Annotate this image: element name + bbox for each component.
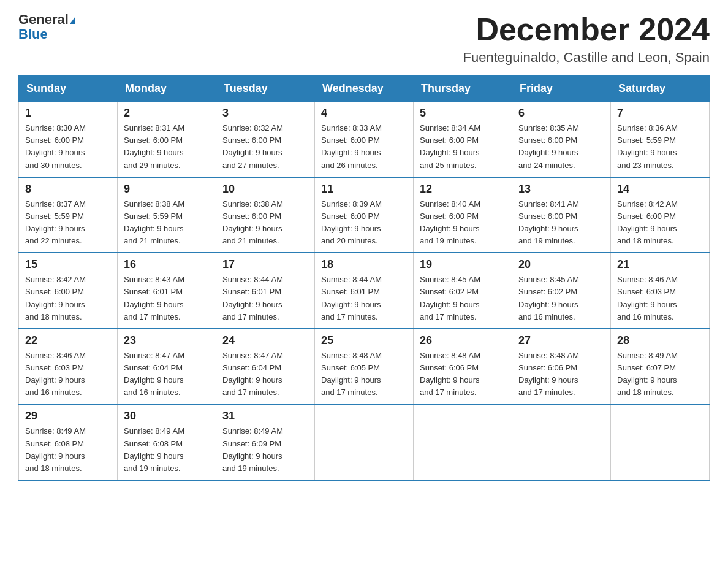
calendar-day-cell: 15Sunrise: 8:42 AMSunset: 6:00 PMDayligh… — [19, 253, 118, 329]
calendar-day-cell: 22Sunrise: 8:46 AMSunset: 6:03 PMDayligh… — [19, 329, 118, 405]
day-number: 4 — [321, 107, 407, 120]
day-number: 2 — [124, 107, 210, 120]
day-info: Sunrise: 8:41 AMSunset: 6:00 PMDaylight:… — [518, 198, 604, 248]
calendar-week-row: 29Sunrise: 8:49 AMSunset: 6:08 PMDayligh… — [19, 404, 710, 480]
day-number: 16 — [124, 258, 210, 271]
calendar-week-row: 8Sunrise: 8:37 AMSunset: 5:59 PMDaylight… — [19, 177, 710, 253]
logo-blue: Blue — [18, 26, 48, 42]
day-number: 6 — [518, 107, 604, 120]
calendar-day-cell: 21Sunrise: 8:46 AMSunset: 6:03 PMDayligh… — [611, 253, 710, 329]
day-number: 30 — [124, 410, 210, 423]
day-info: Sunrise: 8:45 AMSunset: 6:02 PMDaylight:… — [420, 274, 506, 323]
page-header: General Blue December 2024 Fuenteguinald… — [18, 12, 710, 66]
calendar-header: SundayMondayTuesdayWednesdayThursdayFrid… — [19, 76, 710, 102]
day-number: 3 — [222, 107, 308, 120]
logo-text: General Blue — [18, 12, 75, 42]
day-info: Sunrise: 8:32 AMSunset: 6:00 PMDaylight:… — [222, 122, 308, 172]
day-info: Sunrise: 8:47 AMSunset: 6:04 PMDaylight:… — [124, 350, 210, 399]
logo-general: General — [18, 12, 69, 27]
day-number: 25 — [321, 334, 407, 347]
day-info: Sunrise: 8:42 AMSunset: 6:00 PMDaylight:… — [25, 274, 111, 323]
calendar-day-cell: 26Sunrise: 8:48 AMSunset: 6:06 PMDayligh… — [414, 329, 512, 405]
calendar-day-cell: 1Sunrise: 8:30 AMSunset: 6:00 PMDaylight… — [19, 102, 118, 177]
day-info: Sunrise: 8:46 AMSunset: 6:03 PMDaylight:… — [617, 274, 703, 323]
day-number: 23 — [124, 334, 210, 347]
day-info: Sunrise: 8:34 AMSunset: 6:00 PMDaylight:… — [420, 122, 506, 172]
day-info: Sunrise: 8:37 AMSunset: 5:59 PMDaylight:… — [25, 198, 111, 248]
calendar-day-cell: 16Sunrise: 8:43 AMSunset: 6:01 PMDayligh… — [118, 253, 216, 329]
calendar-day-cell: 30Sunrise: 8:49 AMSunset: 6:08 PMDayligh… — [118, 404, 216, 480]
day-info: Sunrise: 8:30 AMSunset: 6:00 PMDaylight:… — [25, 122, 111, 172]
calendar-day-cell: 9Sunrise: 8:38 AMSunset: 5:59 PMDaylight… — [118, 177, 216, 253]
day-info: Sunrise: 8:49 AMSunset: 6:08 PMDaylight:… — [124, 425, 210, 475]
calendar-day-cell: 11Sunrise: 8:39 AMSunset: 6:00 PMDayligh… — [315, 177, 414, 253]
day-info: Sunrise: 8:44 AMSunset: 6:01 PMDaylight:… — [222, 274, 308, 323]
day-number: 17 — [222, 258, 308, 271]
day-info: Sunrise: 8:46 AMSunset: 6:03 PMDaylight:… — [25, 350, 111, 399]
day-number: 19 — [420, 258, 506, 271]
day-number: 13 — [518, 183, 604, 196]
calendar-day-cell: 29Sunrise: 8:49 AMSunset: 6:08 PMDayligh… — [19, 404, 118, 480]
calendar-day-cell: 27Sunrise: 8:48 AMSunset: 6:06 PMDayligh… — [512, 329, 611, 405]
day-info: Sunrise: 8:49 AMSunset: 6:09 PMDaylight:… — [222, 425, 308, 475]
day-info: Sunrise: 8:35 AMSunset: 6:00 PMDaylight:… — [518, 122, 604, 172]
weekday-header-friday: Friday — [512, 76, 611, 102]
day-number: 14 — [617, 183, 703, 196]
day-number: 12 — [420, 183, 506, 196]
weekday-header-thursday: Thursday — [414, 76, 512, 102]
calendar-day-cell: 17Sunrise: 8:44 AMSunset: 6:01 PMDayligh… — [216, 253, 315, 329]
day-number: 7 — [617, 107, 703, 120]
day-info: Sunrise: 8:48 AMSunset: 6:06 PMDaylight:… — [518, 350, 604, 399]
calendar-day-cell: 12Sunrise: 8:40 AMSunset: 6:00 PMDayligh… — [414, 177, 512, 253]
day-info: Sunrise: 8:42 AMSunset: 6:00 PMDaylight:… — [617, 198, 703, 248]
calendar-day-cell: 13Sunrise: 8:41 AMSunset: 6:00 PMDayligh… — [512, 177, 611, 253]
calendar-week-row: 1Sunrise: 8:30 AMSunset: 6:00 PMDaylight… — [19, 102, 710, 177]
day-info: Sunrise: 8:39 AMSunset: 6:00 PMDaylight:… — [321, 198, 407, 248]
weekday-header-saturday: Saturday — [611, 76, 710, 102]
calendar-day-cell: 6Sunrise: 8:35 AMSunset: 6:00 PMDaylight… — [512, 102, 611, 177]
calendar-day-cell — [315, 404, 414, 480]
calendar-week-row: 22Sunrise: 8:46 AMSunset: 6:03 PMDayligh… — [19, 329, 710, 405]
day-number: 29 — [25, 410, 111, 423]
weekday-header-tuesday: Tuesday — [216, 76, 315, 102]
calendar-day-cell: 2Sunrise: 8:31 AMSunset: 6:00 PMDaylight… — [118, 102, 216, 177]
day-number: 24 — [222, 334, 308, 347]
calendar-day-cell: 5Sunrise: 8:34 AMSunset: 6:00 PMDaylight… — [414, 102, 512, 177]
calendar-day-cell: 31Sunrise: 8:49 AMSunset: 6:09 PMDayligh… — [216, 404, 315, 480]
calendar-day-cell: 4Sunrise: 8:33 AMSunset: 6:00 PMDaylight… — [315, 102, 414, 177]
day-number: 20 — [518, 258, 604, 271]
day-number: 11 — [321, 183, 407, 196]
day-info: Sunrise: 8:38 AMSunset: 5:59 PMDaylight:… — [124, 198, 210, 248]
calendar-body: 1Sunrise: 8:30 AMSunset: 6:00 PMDaylight… — [19, 102, 710, 480]
day-info: Sunrise: 8:40 AMSunset: 6:00 PMDaylight:… — [420, 198, 506, 248]
calendar-day-cell: 19Sunrise: 8:45 AMSunset: 6:02 PMDayligh… — [414, 253, 512, 329]
day-info: Sunrise: 8:43 AMSunset: 6:01 PMDaylight:… — [124, 274, 210, 323]
day-number: 10 — [222, 183, 308, 196]
day-info: Sunrise: 8:33 AMSunset: 6:00 PMDaylight:… — [321, 122, 407, 172]
day-info: Sunrise: 8:36 AMSunset: 5:59 PMDaylight:… — [617, 122, 703, 172]
calendar-day-cell: 24Sunrise: 8:47 AMSunset: 6:04 PMDayligh… — [216, 329, 315, 405]
day-info: Sunrise: 8:31 AMSunset: 6:00 PMDaylight:… — [124, 122, 210, 172]
day-info: Sunrise: 8:49 AMSunset: 6:08 PMDaylight:… — [25, 425, 111, 475]
day-number: 28 — [617, 334, 703, 347]
logo: General Blue — [18, 12, 75, 42]
calendar-day-cell: 14Sunrise: 8:42 AMSunset: 6:00 PMDayligh… — [611, 177, 710, 253]
weekday-header-sunday: Sunday — [19, 76, 118, 102]
calendar-day-cell: 25Sunrise: 8:48 AMSunset: 6:05 PMDayligh… — [315, 329, 414, 405]
day-number: 21 — [617, 258, 703, 271]
title-area: December 2024 Fuenteguinaldo, Castille a… — [463, 12, 710, 66]
calendar-day-cell: 3Sunrise: 8:32 AMSunset: 6:00 PMDaylight… — [216, 102, 315, 177]
weekday-header-row: SundayMondayTuesdayWednesdayThursdayFrid… — [19, 76, 710, 102]
month-title: December 2024 — [463, 12, 710, 47]
day-info: Sunrise: 8:45 AMSunset: 6:02 PMDaylight:… — [518, 274, 604, 323]
day-info: Sunrise: 8:47 AMSunset: 6:04 PMDaylight:… — [222, 350, 308, 399]
location-title: Fuenteguinaldo, Castille and Leon, Spain — [463, 50, 710, 66]
day-info: Sunrise: 8:49 AMSunset: 6:07 PMDaylight:… — [617, 350, 703, 399]
day-info: Sunrise: 8:48 AMSunset: 6:05 PMDaylight:… — [321, 350, 407, 399]
day-info: Sunrise: 8:44 AMSunset: 6:01 PMDaylight:… — [321, 274, 407, 323]
calendar-day-cell: 20Sunrise: 8:45 AMSunset: 6:02 PMDayligh… — [512, 253, 611, 329]
weekday-header-monday: Monday — [118, 76, 216, 102]
day-number: 5 — [420, 107, 506, 120]
calendar-day-cell: 18Sunrise: 8:44 AMSunset: 6:01 PMDayligh… — [315, 253, 414, 329]
day-number: 26 — [420, 334, 506, 347]
